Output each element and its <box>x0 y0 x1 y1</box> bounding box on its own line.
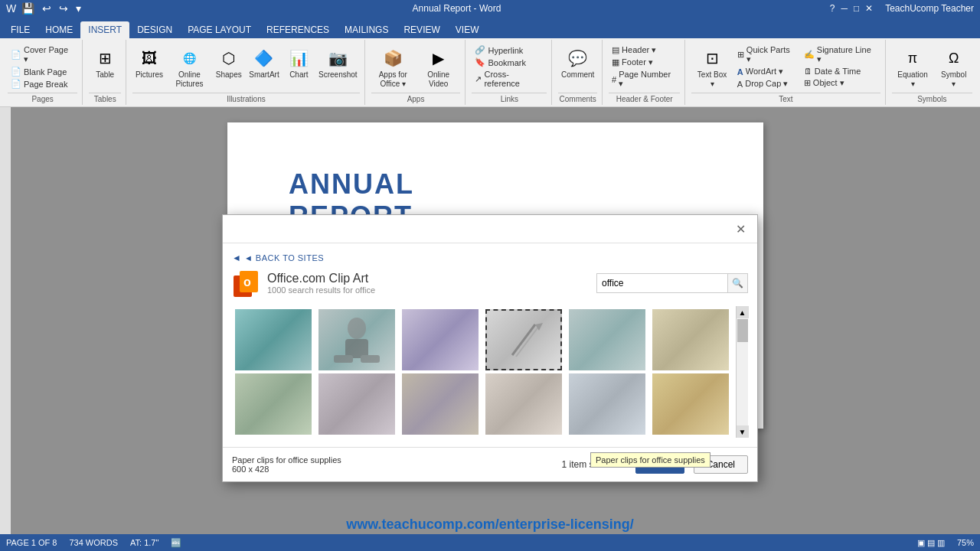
cancel-button[interactable]: Cancel <box>694 455 748 474</box>
header-button[interactable]: ▤ Header ▾ <box>609 44 659 56</box>
qat-save[interactable]: 💾 <box>19 2 37 15</box>
tab-design[interactable]: DESIGN <box>129 21 180 38</box>
smartart-button[interactable]: 🔷 SmartArt <box>247 44 283 81</box>
window-controls: ? ─ □ ✕ TeachUcomp Teacher <box>830 3 974 14</box>
symbols-group-label: Symbols <box>892 93 972 103</box>
image-cell-2[interactable] <box>318 309 395 370</box>
ribbon-group-header-footer: ▤ Header ▾ ▦ Footer ▾ # Page Number ▾ He… <box>604 40 685 105</box>
drop-cap-button[interactable]: A Drop Cap ▾ <box>734 78 799 90</box>
tab-mailings[interactable]: MAILINGS <box>337 21 396 38</box>
chart-button[interactable]: 📊 Chart <box>283 44 314 81</box>
image-cell-6[interactable] <box>652 309 729 370</box>
tab-home[interactable]: HOME <box>38 21 80 38</box>
title-bar: W 💾 ↩ ↪ ▾ Annual Report - Word ? ─ □ ✕ T… <box>0 0 980 17</box>
tab-review[interactable]: REVIEW <box>396 21 447 38</box>
text-box-button[interactable]: ⊡ Text Box ▾ <box>691 44 733 90</box>
signature-line-icon: ✍ <box>804 50 815 60</box>
apps-for-office-button[interactable]: 📦 Apps for Office ▾ <box>371 44 415 90</box>
image-cell-5[interactable] <box>569 309 645 370</box>
back-to-sites-label: ◄ BACK TO SITES <box>244 253 324 262</box>
scroll-down-button[interactable]: ▼ <box>737 425 749 438</box>
svg-text:o: o <box>243 276 251 289</box>
online-pictures-button[interactable]: 🌐 Online Pictures <box>168 44 211 90</box>
quick-parts-button[interactable]: ⊞ Quick Parts ▾ <box>734 44 799 65</box>
wordart-button[interactable]: A WordArt ▾ <box>734 66 799 77</box>
online-pictures-icon: 🌐 <box>177 46 201 70</box>
scroll-up-button[interactable]: ▲ <box>737 306 749 318</box>
tab-file[interactable]: FILE <box>3 21 38 38</box>
zoom-indicator: 75% <box>957 538 974 547</box>
dialog-overlay: ✕ ◄ ◄ BACK TO SITES <box>0 107 980 534</box>
image-cell-10[interactable] <box>485 373 562 435</box>
illustrations-group-label: Illustrations <box>132 93 359 103</box>
svg-line-7 <box>512 324 535 355</box>
image-cell-8[interactable] <box>318 373 395 435</box>
words-indicator: 734 WORDS <box>69 538 118 547</box>
text-box-icon: ⊡ <box>700 46 724 70</box>
screenshot-button[interactable]: 📷 Screenshot <box>315 44 359 81</box>
scrollbar-vertical[interactable]: ▲ ▼ <box>736 306 748 438</box>
bookmark-button[interactable]: 🔖 Bookmark <box>472 57 529 68</box>
page-number-icon: # <box>612 75 616 84</box>
image-cell-11[interactable] <box>569 373 645 435</box>
word-logo-icon: W <box>6 2 16 15</box>
qat-more[interactable]: ▾ <box>74 2 83 15</box>
ribbon-tabs: FILE HOME INSERT DESIGN PAGE LAYOUT REFE… <box>0 17 980 38</box>
page-number-button[interactable]: # Page Number ▾ <box>609 69 680 90</box>
blank-page-button[interactable]: 📄 Blank Page <box>8 66 70 77</box>
qat-redo[interactable]: ↪ <box>57 2 70 15</box>
equation-icon: π <box>900 46 925 70</box>
cover-page-button[interactable]: 📄 Cover Page ▾ <box>8 44 77 65</box>
dialog-subtitle: 1000 search results for office <box>267 285 375 295</box>
signature-line-button[interactable]: ✍ Signature Line ▾ <box>801 44 880 65</box>
date-time-button[interactable]: 🗓 Date & Time <box>801 66 880 77</box>
page-break-button[interactable]: 📄 Page Break <box>8 78 70 90</box>
minimize-btn[interactable]: ─ <box>841 3 848 14</box>
search-button[interactable]: 🔍 <box>727 274 747 292</box>
pictures-icon: 🖼 <box>137 46 162 70</box>
image-cell-12[interactable] <box>652 373 729 435</box>
close-btn[interactable]: ✕ <box>865 3 873 14</box>
clip-art-dialog: ✕ ◄ ◄ BACK TO SITES <box>222 214 758 482</box>
insert-button[interactable]: Insert <box>635 455 684 474</box>
image-cell-1[interactable] <box>235 309 312 370</box>
image-cell-7[interactable] <box>235 373 312 435</box>
window-title: Annual Report - Word <box>413 3 501 14</box>
footer-actions: 1 item selected. Insert Cancel <box>562 455 748 474</box>
search-input[interactable] <box>597 274 727 292</box>
maximize-btn[interactable]: □ <box>854 3 859 14</box>
comment-button[interactable]: 💬 Comment <box>558 44 597 81</box>
tab-references[interactable]: REFERENCES <box>259 21 337 38</box>
dialog-header-left: o Office.com Clip Art 1000 search result… <box>232 269 375 297</box>
image-cell-4[interactable] <box>485 309 562 370</box>
hyperlink-button[interactable]: 🔗 Hyperlink <box>472 44 526 56</box>
image-cell-3[interactable] <box>402 309 479 370</box>
header-icon: ▤ <box>612 45 619 55</box>
image-cell-9[interactable] <box>402 373 479 435</box>
dialog-title: Office.com Clip Art <box>267 272 375 285</box>
user-name: TeachUcomp Teacher <box>885 3 974 14</box>
back-to-sites-link[interactable]: ◄ ◄ BACK TO SITES <box>232 253 748 263</box>
dialog-close-button[interactable]: ✕ <box>733 221 748 236</box>
tab-insert[interactable]: INSERT <box>80 21 129 38</box>
cross-reference-button[interactable]: ↗ Cross-reference <box>472 69 547 89</box>
tab-page-layout[interactable]: PAGE LAYOUT <box>180 21 259 38</box>
online-video-button[interactable]: ▶ Online Video <box>416 44 460 90</box>
object-button[interactable]: ⊞ Object ▾ <box>801 77 880 89</box>
scroll-track[interactable] <box>737 318 748 425</box>
qat-undo[interactable]: ↩ <box>40 2 54 15</box>
tab-view[interactable]: VIEW <box>448 21 487 38</box>
dialog-titlebar: ✕ <box>223 215 757 243</box>
ribbon-content: 📄 Cover Page ▾ 📄 Blank Page 📄 Page Break… <box>0 38 980 107</box>
smartart-icon: 🔷 <box>252 46 276 70</box>
equation-button[interactable]: π Equation ▾ <box>892 44 934 90</box>
date-time-icon: 🗓 <box>804 67 812 76</box>
symbol-button[interactable]: Ω Symbol ▾ <box>935 44 972 90</box>
shapes-button[interactable]: ⬡ Shapes <box>213 44 244 81</box>
scroll-thumb[interactable] <box>737 319 748 342</box>
back-arrow-icon: ◄ <box>232 253 241 263</box>
pictures-button[interactable]: 🖼 Pictures <box>132 44 166 81</box>
table-button[interactable]: ⊞ Table <box>90 44 120 81</box>
footer-button[interactable]: ▦ Footer ▾ <box>609 57 656 68</box>
help-icon[interactable]: ? <box>830 3 835 14</box>
